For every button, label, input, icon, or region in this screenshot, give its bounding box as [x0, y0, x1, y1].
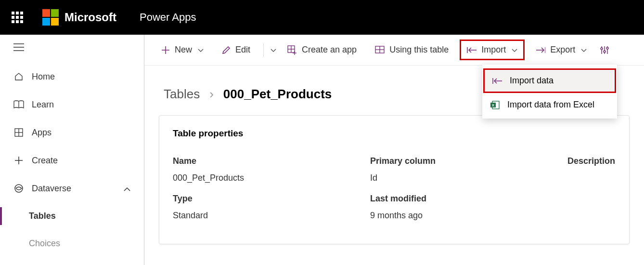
sidebar-item-learn[interactable]: Learn — [0, 91, 144, 119]
button-label: Export — [550, 45, 575, 55]
sidebar-label: Tables — [29, 211, 56, 221]
command-bar: New Edit Create an app Using this table … — [144, 35, 644, 66]
microsoft-logo-icon — [42, 9, 59, 26]
sidebar-item-apps[interactable]: Apps — [0, 119, 144, 146]
button-label: Using this table — [389, 45, 449, 55]
import-icon — [467, 47, 477, 53]
button-label: Create an app — [302, 45, 357, 55]
settings-button[interactable] — [598, 40, 611, 60]
sidebar-item-home[interactable]: Home — [0, 63, 144, 91]
import-excel-item[interactable]: X Import data from Excel — [482, 94, 617, 116]
plus-icon — [161, 46, 170, 54]
import-icon — [492, 78, 503, 84]
card-title: Table properties — [173, 128, 616, 139]
chevron-down-icon — [198, 45, 204, 55]
app-name: Power Apps — [140, 11, 196, 24]
import-dropdown: Import data X Import data from Excel — [482, 65, 617, 119]
sliders-icon — [600, 46, 609, 54]
button-label: Import — [481, 45, 506, 55]
label-name: Name — [173, 156, 370, 166]
breadcrumb-current: 000_Pet_Products — [223, 87, 332, 102]
sidebar: Home Learn Apps Create Dataverse Tables … — [0, 35, 144, 265]
excel-icon: X — [490, 100, 501, 110]
sidebar-item-dataverse[interactable]: Dataverse — [0, 174, 144, 202]
sidebar-item-create[interactable]: Create — [0, 146, 144, 174]
chevron-down-icon — [512, 45, 517, 55]
value-type: Standard — [173, 211, 370, 221]
dropdown-label: Import data from Excel — [507, 100, 594, 110]
pencil-icon — [222, 46, 231, 54]
sidebar-item-choices[interactable]: Choices — [0, 230, 144, 257]
divider — [263, 43, 264, 57]
breadcrumb-root[interactable]: Tables — [164, 87, 200, 102]
sidebar-item-tables[interactable]: Tables — [0, 202, 144, 230]
book-icon — [13, 99, 24, 110]
svg-text:X: X — [492, 103, 495, 107]
grid-plus-icon — [287, 45, 297, 55]
label-type: Type — [173, 194, 370, 204]
table-properties-card: Table properties Name 000_Pet_Products T… — [159, 115, 630, 244]
plus-icon — [13, 155, 24, 166]
export-button[interactable]: Export — [528, 40, 594, 60]
home-icon — [13, 71, 24, 82]
svg-point-28 — [604, 51, 605, 53]
dropdown-label: Import data — [510, 76, 554, 86]
value-modified: 9 months ago — [370, 211, 567, 221]
chevron-up-icon — [124, 184, 130, 194]
hamburger-icon[interactable] — [0, 43, 144, 63]
dataverse-icon — [13, 183, 24, 194]
button-label: Edit — [235, 45, 250, 55]
export-icon — [536, 47, 545, 53]
chevron-down-icon[interactable] — [270, 46, 276, 54]
label-modified: Last modified — [370, 194, 567, 204]
label-description: Description — [567, 156, 616, 166]
svg-point-27 — [601, 48, 603, 50]
global-header: Microsoft Power Apps — [0, 0, 644, 35]
table-icon — [375, 46, 385, 54]
sidebar-label: Choices — [29, 238, 60, 249]
new-button[interactable]: New — [154, 40, 211, 60]
edit-button[interactable]: Edit — [215, 40, 258, 60]
sidebar-label: Apps — [32, 128, 52, 138]
button-label: New — [175, 45, 192, 55]
import-data-item[interactable]: Import data — [483, 68, 616, 93]
sidebar-label: Home — [32, 72, 55, 82]
sidebar-label: Create — [32, 156, 58, 166]
brand-text: Microsoft — [64, 11, 116, 24]
grid-icon — [13, 127, 24, 138]
using-table-button[interactable]: Using this table — [368, 40, 456, 60]
create-app-button[interactable]: Create an app — [280, 40, 364, 60]
import-button[interactable]: Import — [460, 40, 525, 60]
chevron-down-icon — [581, 45, 587, 55]
breadcrumb-separator: › — [209, 87, 214, 102]
value-primary: Id — [370, 173, 567, 183]
sidebar-label: Dataverse — [32, 184, 71, 194]
app-launcher-icon[interactable] — [12, 12, 23, 23]
label-primary: Primary column — [370, 156, 567, 166]
sidebar-label: Learn — [32, 100, 54, 110]
value-name: 000_Pet_Products — [173, 173, 370, 183]
svg-point-29 — [606, 47, 608, 49]
